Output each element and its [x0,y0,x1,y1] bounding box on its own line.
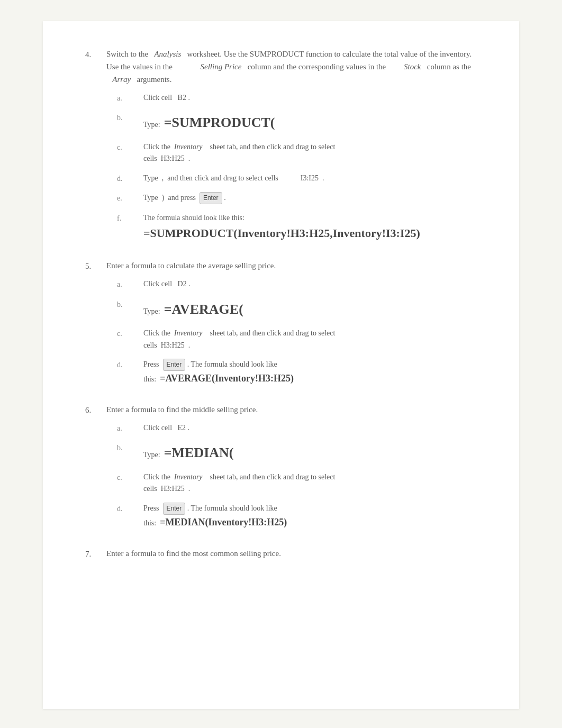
page: 4. Switch to the Analysis worksheet. Use… [43,21,519,709]
step-6a-content: Click cell E2 . [143,422,477,434]
step-4-num: 4. [85,48,106,61]
step-7-intro: Enter a formula to find the most common … [106,547,477,560]
step-6c-content: Click the Inventory sheet tab, and then … [143,471,477,495]
step-4e-content: Type ) and press Enter . [143,192,477,204]
step-6d: d. Press Enter . The formula should look… [117,503,477,530]
enter-key-4e: Enter [200,192,222,204]
formula-sumproduct-full: =SUMPRODUCT(Inventory!H3:H25,Inventory!I… [143,226,420,240]
step-5-num: 5. [85,259,106,272]
step-4c-content: Click the Inventory sheet tab, and then … [143,141,477,165]
step-4a: a. Click cell B2 . [117,92,477,104]
keyword-inventory-4c: Inventory [174,143,203,151]
keyword-array: Array [112,75,131,84]
step-6c-label: c. [117,471,143,484]
step-5c: c. Click the Inventory sheet tab, and th… [117,327,477,351]
enter-key-5d: Enter [163,359,186,371]
step-7-num: 7. [85,547,106,560]
keyword-inventory-5c: Inventory [174,329,203,337]
step-6b: b. Type: =MEDIAN( [117,442,477,464]
step-6-num: 6. [85,403,106,416]
step-6a-label: a. [117,422,143,434]
step-4e-label: e. [117,192,143,204]
step-6: 6. Enter a formula to find the middle se… [85,403,477,538]
step-4a-label: a. [117,92,143,104]
step-5a-content: Click cell D2 . [143,278,477,290]
step-6b-label: b. [117,442,143,454]
step-4a-content: Click cell B2 . [143,92,477,104]
step-6c: c. Click the Inventory sheet tab, and th… [117,471,477,495]
keyword-inventory-6c: Inventory [174,473,203,481]
formula-median: =MEDIAN( [164,445,234,460]
step-7: 7. Enter a formula to find the most comm… [85,547,477,563]
step-5b-label: b. [117,298,143,311]
step-4b-content: Type: =SUMPRODUCT( [143,112,477,134]
formula-sumproduct: =SUMPRODUCT( [164,115,275,130]
enter-key-6d: Enter [163,503,186,515]
step-4-content: Switch to the Analysis worksheet. Use th… [106,48,477,250]
step-5b: b. Type: =AVERAGE( [117,298,477,321]
step-4-intro: Switch to the Analysis worksheet. Use th… [106,48,477,86]
step-4d: d. Type , and then click and drag to sel… [117,172,477,185]
step-5b-content: Type: =AVERAGE( [143,298,477,321]
step-4b-label: b. [117,112,143,124]
step-7-content: Enter a formula to find the most common … [106,547,477,563]
step-5c-content: Click the Inventory sheet tab, and then … [143,327,477,351]
step-6a: a. Click cell E2 . [117,422,477,434]
step-4f-label: f. [117,212,143,224]
step-5d-content: Press Enter . The formula should look li… [143,359,477,386]
step-5: 5. Enter a formula to calculate the aver… [85,259,477,394]
step-4c-label: c. [117,141,143,153]
step-4f-content: The formula should look like this: =SUMP… [143,212,477,243]
step-4c: c. Click the Inventory sheet tab, and th… [117,141,477,165]
step-5a-label: a. [117,278,143,290]
step-4: 4. Switch to the Analysis worksheet. Use… [85,48,477,250]
step-6-content: Enter a formula to find the middle selli… [106,403,477,538]
step-6d-label: d. [117,503,143,515]
step-4d-content: Type , and then click and drag to select… [143,172,477,184]
step-6-intro: Enter a formula to find the middle selli… [106,403,477,416]
keyword-analysis: Analysis [154,50,181,58]
step-5a: a. Click cell D2 . [117,278,477,290]
step-4e: e. Type ) and press Enter . [117,192,477,204]
step-5d: d. Press Enter . The formula should look… [117,359,477,386]
step-5d-label: d. [117,359,143,371]
step-6d-content: Press Enter . The formula should look li… [143,503,477,530]
step-4d-label: d. [117,172,143,185]
formula-average-full: =AVERAGE(Inventory!H3:H25) [160,373,294,384]
step-6b-content: Type: =MEDIAN( [143,442,477,464]
keyword-stock: Stock [404,62,421,71]
formula-average: =AVERAGE( [164,302,243,317]
step-4f: f. The formula should look like this: =S… [117,212,477,243]
step-5-intro: Enter a formula to calculate the average… [106,259,477,272]
formula-median-full: =MEDIAN(Inventory!H3:H25) [160,517,287,527]
step-4b: b. Type: =SUMPRODUCT( [117,112,477,134]
step-5-content: Enter a formula to calculate the average… [106,259,477,394]
step-5c-label: c. [117,327,143,340]
keyword-selling-price: Selling Price [200,62,241,71]
